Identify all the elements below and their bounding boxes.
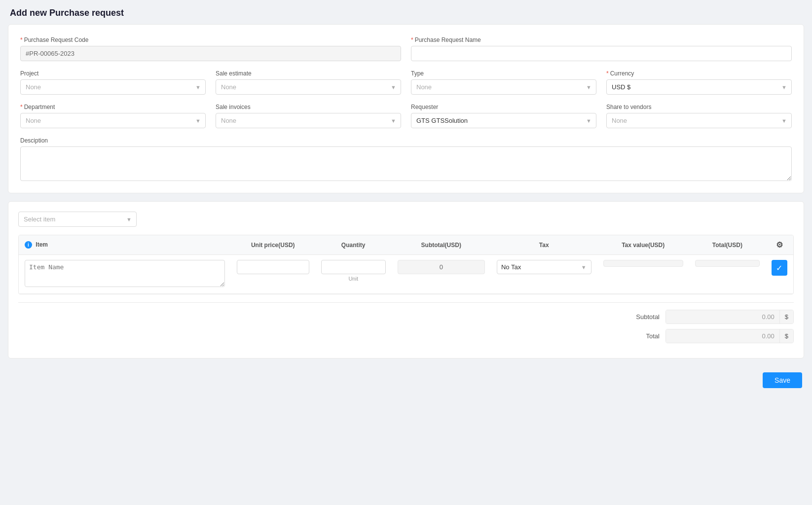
requester-select[interactable]: GTS GTSSolution [411,113,596,128]
settings-icon[interactable]: ⚙ [776,241,783,249]
col-unit-price: Unit price(USD) [231,235,315,255]
purchase-request-code-label: *Purchase Request Code [20,36,401,43]
col-tax: Tax [491,235,597,255]
item-name-cell [19,255,231,294]
total-row: Total 0.00 $ [18,329,794,343]
items-section: Select item ▼ i Item Unit price(USD) Qua… [8,201,804,359]
sale-invoices-label: Sale invoices [216,104,401,110]
total-value: 0.00 [666,329,779,343]
share-to-vendors-label: Share to vendors [606,104,792,110]
form-row-2: Project None ▼ Sale estimate None ▼ Type… [20,70,792,95]
tax-select-wrapper: No Tax ▼ [497,260,591,274]
items-header-row: i Item Unit price(USD) Quantity Subtotal… [19,235,793,255]
col-item: i Item [19,235,231,255]
col-subtotal: Subtotal(USD) [392,235,491,255]
purchase-request-name-group: *Purchase Request Name [411,36,792,61]
save-button[interactable]: Save [763,372,802,388]
footer-bar: Save [0,366,812,394]
sale-invoices-select[interactable]: None [216,113,401,128]
project-select-wrapper: None ▼ [20,79,206,95]
purchase-request-code-input[interactable] [20,46,401,61]
confirm-cell: ✓ [766,255,793,294]
description-label: Desciption [20,137,792,144]
purchase-request-code-group: *Purchase Request Code [20,36,401,61]
type-label: Type [411,70,596,77]
items-table-body: Unit 0 No Tax ▼ [19,255,793,294]
total-cell [689,255,766,294]
tax-cell: No Tax ▼ [491,255,597,294]
quantity-input[interactable] [321,260,386,274]
currency-select-wrapper: USD $ ▼ [606,79,792,95]
requester-group: Requester GTS GTSSolution ▼ [411,104,596,128]
share-to-vendors-group: Share to vendors None ▼ [606,104,792,128]
form-card: *Purchase Request Code *Purchase Request… [8,24,804,193]
department-label: *Department [20,104,206,110]
type-group: Type None ▼ [411,70,596,95]
subtotal-value-wrapper: 0.00 $ [665,310,794,324]
items-table-wrapper: i Item Unit price(USD) Quantity Subtotal… [18,235,794,294]
quantity-cell: Unit [315,255,392,294]
totals-section: Subtotal 0.00 $ Total 0.00 $ [18,302,794,343]
unit-label: Unit [321,276,386,282]
tax-value-display [603,260,683,267]
type-select-wrapper: None ▼ [411,79,596,95]
sale-estimate-select[interactable]: None [216,79,401,95]
form-row-3: *Department None ▼ Sale invoices None ▼ … [20,104,792,128]
confirm-row-button[interactable]: ✓ [772,260,787,276]
item-row-1: Unit 0 No Tax ▼ [19,255,793,294]
select-item-select[interactable]: Select item [18,212,137,227]
share-to-vendors-select[interactable]: None [606,113,792,128]
item-info-icon: i [25,241,32,249]
tax-value-cell [597,255,689,294]
department-select[interactable]: None [20,113,206,128]
share-to-vendors-select-wrapper: None ▼ [606,113,792,128]
form-row-1: *Purchase Request Code *Purchase Request… [20,36,792,61]
col-tax-value: Tax value(USD) [597,235,689,255]
project-select[interactable]: None [20,79,206,95]
total-currency: $ [779,329,793,343]
sale-estimate-group: Sale estimate None ▼ [216,70,401,95]
sale-invoices-group: Sale invoices None ▼ [216,104,401,128]
requester-select-wrapper: GTS GTSSolution ▼ [411,113,596,128]
items-table: i Item Unit price(USD) Quantity Subtotal… [19,235,793,294]
subtotal-cell: 0 [392,255,491,294]
select-item-dropdown-wrapper: Select item ▼ [18,212,137,227]
project-group: Project None ▼ [20,70,206,95]
requester-label: Requester [411,104,596,110]
sale-estimate-select-wrapper: None ▼ [216,79,401,95]
currency-group: *Currency USD $ ▼ [606,70,792,95]
department-select-wrapper: None ▼ [20,113,206,128]
sale-invoices-select-wrapper: None ▼ [216,113,401,128]
col-total: Total(USD) [689,235,766,255]
description-group: Desciption [20,137,792,181]
page-title: Add new Purchase request [0,0,812,24]
type-select[interactable]: None [411,79,596,95]
subtotal-currency: $ [779,310,793,324]
items-table-header: i Item Unit price(USD) Quantity Subtotal… [19,235,793,255]
currency-label: *Currency [606,70,792,77]
subtotal-display: 0 [398,260,485,274]
total-label: Total [630,332,660,340]
item-name-input[interactable] [25,260,225,287]
purchase-request-name-label: *Purchase Request Name [411,36,792,43]
unit-price-input[interactable] [237,260,309,274]
subtotal-row: Subtotal 0.00 $ [18,310,794,324]
subtotal-value: 0.00 [666,310,779,324]
total-display [695,260,760,267]
description-textarea[interactable] [20,146,792,181]
total-value-wrapper: 0.00 $ [665,329,794,343]
select-item-row: Select item ▼ [18,212,794,227]
subtotal-label: Subtotal [630,313,660,321]
col-actions: ⚙ [766,235,793,255]
sale-estimate-label: Sale estimate [216,70,401,77]
unit-price-cell [231,255,315,294]
purchase-request-name-input[interactable] [411,46,792,61]
tax-select[interactable]: No Tax [497,260,591,274]
project-label: Project [20,70,206,77]
department-group: *Department None ▼ [20,104,206,128]
currency-select[interactable]: USD $ [606,79,792,95]
col-quantity: Quantity [315,235,392,255]
